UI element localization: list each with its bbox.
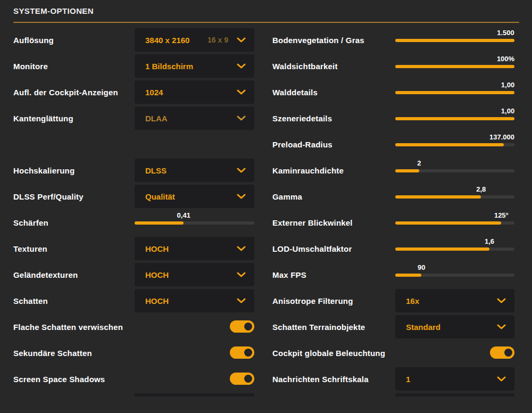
row-schatten-terrainobjekte: Schatten TerrainobjekteStandard (0, 315, 532, 341)
dropdown-schatten-terrainobjekte[interactable]: Standard (395, 315, 514, 338)
slider-track[interactable] (395, 195, 514, 199)
slider-track[interactable] (395, 39, 514, 42)
toggle-area (395, 341, 514, 365)
slider-value: 1,00 (501, 81, 514, 89)
slider-value: 100% (497, 55, 514, 63)
row-max-fps: Max FPS90 (0, 263, 532, 289)
setting-label: Walddetails (272, 80, 318, 104)
slider-track[interactable] (395, 117, 514, 120)
slider-value: 125° (494, 211, 509, 219)
row-bodenvegetation-gras: Bodenvegetation / Gras1.500 (0, 28, 532, 54)
slider-fill (395, 195, 481, 199)
chevron-down-icon (497, 298, 506, 303)
row-externer-blickwinkel: Externer Blickwinkel125° (0, 211, 532, 237)
row-preload-radius: Preload-Radius137.000 (0, 133, 532, 159)
slider-fill (395, 65, 514, 68)
slider-walddetails: 1,00 (395, 80, 514, 104)
row-kaminrauchdichte: Kaminrauchdichte2 (0, 159, 532, 185)
setting-label: Gamma (272, 185, 302, 208)
slider-fill (395, 247, 489, 251)
dropdown-anisotrope-filterung[interactable]: 16x (395, 289, 514, 312)
slider-bodenvegetation-gras: 1.500 (395, 28, 514, 52)
slider-value: 1,6 (485, 237, 494, 245)
setting-label: Nachrichten Schriftskala (272, 367, 369, 391)
slider-track[interactable] (395, 274, 514, 277)
row-nachrichten-schriftskala: Nachrichten Schriftskala1 (0, 367, 532, 393)
slider-value: 2,8 (476, 185, 486, 193)
slider-track[interactable] (395, 65, 514, 68)
slider-fill (395, 143, 504, 146)
slider-lod-umschaltfaktor: 1,6 (395, 237, 514, 260)
setting-label: Bodenvegetation / Gras (272, 28, 364, 52)
row-gamma: Gamma2,8 (0, 185, 532, 211)
row-cockpit-globale-beleuchtung: Cockpit globale Beleuchtung (0, 341, 532, 367)
dropdown-value: 16x (406, 296, 419, 305)
setting-label: LOD-Umschaltfaktor (272, 237, 352, 260)
dropdown-value: 1 (406, 375, 410, 384)
slider-fill (395, 274, 421, 277)
next-control-peek (395, 393, 514, 397)
page-title: SYSTEM-OPTIONEN (13, 6, 94, 15)
toggle-knob (504, 349, 512, 357)
slider-fill (395, 169, 419, 172)
slider-value: 90 (418, 263, 425, 271)
slider-kaminrauchdichte: 2 (395, 159, 514, 182)
setting-label: Preload-Radius (272, 133, 332, 156)
slider-track[interactable] (395, 247, 514, 251)
setting-label: Kaminrauchdichte (272, 159, 344, 182)
slider-szeneriedetails: 1,00 (395, 106, 514, 130)
setting-label: Schatten Terrainobjekte (272, 315, 365, 338)
slider-waldsichtbarkeit: 100% (395, 54, 514, 78)
slider-fill (395, 117, 514, 120)
slider-preload-radius: 137.000 (395, 133, 514, 156)
slider-track[interactable] (395, 221, 514, 225)
row-szeneriedetails: Szeneriedetails1,00 (0, 106, 532, 133)
header-divider (13, 22, 519, 23)
slider-externer-blickwinkel: 125° (395, 211, 514, 234)
row-walddetails: Walddetails1,00 (0, 80, 532, 106)
setting-label: Anisotrope Filterung (272, 289, 353, 312)
setting-label: Externer Blickwinkel (272, 211, 353, 234)
setting-label: Max FPS (272, 263, 306, 286)
slider-max-fps: 90 (395, 263, 514, 286)
setting-label: Waldsichtbarkeit (272, 54, 338, 78)
partial-row (0, 393, 532, 413)
slider-track[interactable] (395, 91, 514, 94)
toggle-cockpit-globale-beleuchtung[interactable] (490, 346, 514, 359)
slider-fill (395, 91, 514, 94)
slider-track[interactable] (395, 169, 514, 172)
setting-label: Szeneriedetails (272, 106, 332, 130)
chevron-down-icon (497, 376, 506, 382)
dropdown-value: Standard (406, 323, 440, 332)
slider-value: 137.000 (489, 133, 514, 141)
row-waldsichtbarkeit: Waldsichtbarkeit100% (0, 54, 532, 80)
slider-gamma: 2,8 (395, 185, 514, 208)
right-column: Bodenvegetation / Gras1.500Waldsichtbark… (0, 28, 532, 413)
slider-value: 1.500 (497, 29, 514, 37)
setting-label: Cockpit globale Beleuchtung (272, 341, 385, 365)
slider-track[interactable] (395, 143, 514, 146)
dropdown-nachrichten-schriftskala[interactable]: 1 (395, 367, 514, 391)
chevron-down-icon (497, 324, 506, 329)
slider-value: 2 (417, 159, 421, 167)
row-anisotrope-filterung: Anisotrope Filterung16x (0, 289, 532, 315)
slider-value: 1,00 (501, 107, 514, 115)
slider-fill (395, 221, 501, 225)
row-lod-umschaltfaktor: LOD-Umschaltfaktor1,6 (0, 237, 532, 263)
slider-fill (395, 39, 514, 42)
